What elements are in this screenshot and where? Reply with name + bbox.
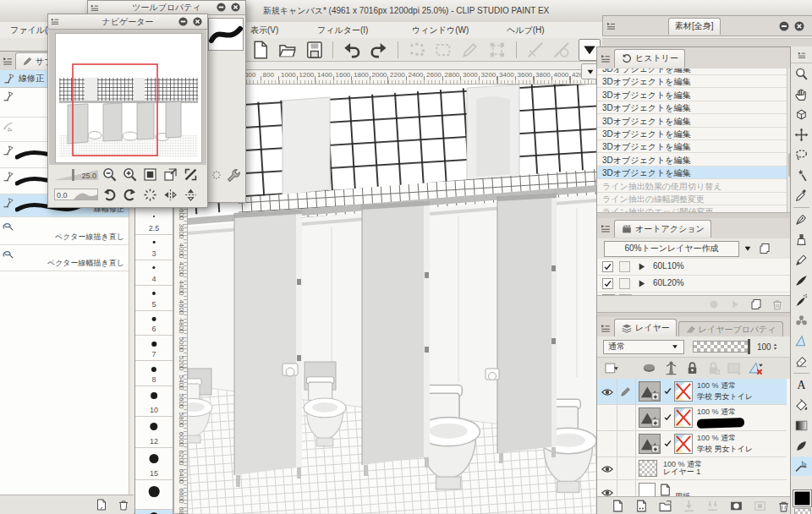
tool-pen[interactable] <box>791 210 812 229</box>
tool-move-layer[interactable] <box>791 125 812 145</box>
tool-operate[interactable] <box>791 105 812 124</box>
layer-check-icon[interactable] <box>663 413 672 422</box>
menu-item[interactable]: ウィンドウ(W) <box>409 25 472 36</box>
layer-thumbnail[interactable] <box>639 483 656 496</box>
transparent-color-swatch[interactable] <box>794 508 811 514</box>
tab-layer-property[interactable]: レイヤープロパティ <box>678 321 783 336</box>
lock-icon[interactable] <box>684 360 700 376</box>
minimize-icon[interactable] <box>178 16 189 27</box>
tool-eraser[interactable] <box>791 352 812 371</box>
clip-icon[interactable] <box>641 360 657 376</box>
action-expand-icon[interactable] <box>636 261 647 272</box>
chevron-down-icon[interactable] <box>743 243 753 254</box>
action-enabled-checkbox[interactable] <box>602 278 613 289</box>
brush-size-cell[interactable] <box>135 480 173 510</box>
history-item[interactable]: ライン抽出の線幅調整変更 <box>597 193 787 205</box>
blend-mode-select[interactable]: 通常 <box>603 340 684 354</box>
history-item[interactable]: 3Dオブジェクトを編集 <box>597 154 787 167</box>
snap-ruler-icon[interactable] <box>525 40 546 60</box>
auto-action-row[interactable]: 60L10% <box>597 259 793 276</box>
action-enabled-checkbox[interactable] <box>602 261 613 272</box>
layer-row[interactable]: 用紙 <box>597 480 787 496</box>
delete-layer-icon[interactable] <box>776 499 791 513</box>
navigator-thumbnail[interactable] <box>55 33 202 163</box>
transfer-down-icon[interactable] <box>682 499 696 513</box>
fit-screen-icon[interactable] <box>142 167 158 183</box>
panel-menu-icon[interactable] <box>600 222 612 234</box>
layer-color-icon[interactable] <box>603 360 619 376</box>
save-icon[interactable] <box>304 40 325 60</box>
tool-decoration[interactable] <box>791 311 812 331</box>
rotate-ccw-icon[interactable] <box>102 187 118 203</box>
panel-menu-icon[interactable] <box>600 52 612 64</box>
layer-row[interactable]: 100 % 通常学校 男女トイレ <box>597 379 787 405</box>
layer-check-icon[interactable] <box>663 439 672 448</box>
eye-icon[interactable] <box>601 486 614 497</box>
brush-size-cell[interactable]: 3 <box>135 235 173 260</box>
tool-brush[interactable] <box>791 271 812 290</box>
minimize-icon[interactable] <box>778 20 790 32</box>
open-file-icon[interactable] <box>277 40 298 60</box>
mask-add-icon[interactable] <box>729 499 743 513</box>
history-item[interactable]: 3Dオブジェクトを編集 <box>597 101 787 114</box>
new-action-set-icon[interactable] <box>758 242 771 255</box>
merge-down-icon[interactable] <box>705 499 720 513</box>
layer-thumbnail-lt[interactable] <box>674 381 693 402</box>
brush-size-cell[interactable]: 7 <box>135 336 173 361</box>
tab-layer[interactable]: レイヤー <box>614 319 677 336</box>
flip-h-icon[interactable] <box>162 187 178 203</box>
trash-icon[interactable] <box>771 298 784 311</box>
tool-fill[interactable] <box>791 396 812 415</box>
snap-special-icon[interactable] <box>551 40 572 60</box>
new-file-icon[interactable] <box>250 40 271 60</box>
panel-menu-icon[interactable] <box>600 322 612 334</box>
layer-thumbnail-3d[interactable] <box>639 407 661 428</box>
close-icon[interactable] <box>793 20 805 32</box>
tool-figure[interactable] <box>791 436 812 456</box>
mask-apply-icon[interactable] <box>753 499 767 513</box>
zoom-in-icon[interactable] <box>122 167 138 183</box>
brush-size-cell[interactable]: 2.5 <box>135 210 173 235</box>
action-expand-icon[interactable] <box>636 278 647 289</box>
delete-subtool-icon[interactable] <box>117 498 130 511</box>
stroke-preview[interactable] <box>208 18 244 51</box>
layer-row[interactable]: 100 % 通常 <box>597 405 787 431</box>
brush-size-cell[interactable]: 4 <box>135 260 173 286</box>
layer-thumbnail-lt[interactable] <box>674 407 693 428</box>
panel-menu-icon[interactable] <box>90 3 100 13</box>
action-pause-checkbox[interactable] <box>619 261 630 272</box>
close-icon[interactable] <box>192 16 203 27</box>
eye-icon[interactable] <box>601 462 614 476</box>
transform-icon[interactable] <box>487 40 508 60</box>
selection-pen-icon[interactable] <box>460 40 480 60</box>
menu-item[interactable]: ヘルプ(H) <box>503 25 548 36</box>
flip-v-icon[interactable] <box>183 187 199 203</box>
tab-material[interactable]: 素材[全身] <box>668 18 721 35</box>
layer-thumbnail-lt[interactable] <box>674 434 693 454</box>
tool-ruler[interactable] <box>791 331 812 351</box>
action-pause-checkbox[interactable] <box>619 278 630 289</box>
effect-icon[interactable] <box>210 168 223 182</box>
tab-history[interactable]: ヒストリー <box>614 49 685 68</box>
auto-action-row[interactable]: 60L20% <box>597 276 793 293</box>
actual-size-icon[interactable] <box>183 167 199 183</box>
history-item[interactable]: 3Dオブジェクトを編集 <box>597 68 787 75</box>
brush-size-cell[interactable]: 8 <box>135 361 173 386</box>
panel-menu-icon[interactable] <box>2 55 14 67</box>
close-icon[interactable] <box>230 2 241 13</box>
lock-alpha-icon[interactable] <box>705 360 721 376</box>
history-item[interactable]: 3Dオブジェクトを編集 <box>597 167 787 179</box>
ruler-delete-icon[interactable] <box>748 360 764 376</box>
brush-size-cell[interactable]: 12 <box>135 417 173 448</box>
layer-thumbnail-3d[interactable] <box>639 434 661 454</box>
subtool-detail-wrench-icon[interactable] <box>226 167 242 183</box>
tool-marker[interactable] <box>791 230 812 249</box>
tool-text[interactable]: A <box>791 375 812 395</box>
action-set-select[interactable]: 60%トーンレイヤー作成 <box>604 241 739 257</box>
play-icon[interactable] <box>728 298 742 311</box>
copy-icon[interactable] <box>749 298 763 311</box>
history-item[interactable]: ライン抽出効果の使用切り替え <box>597 180 787 193</box>
history-item[interactable]: 3Dオブジェクトを編集 <box>597 75 787 88</box>
select-rect-icon[interactable] <box>433 40 453 60</box>
minimize-icon[interactable] <box>216 2 227 13</box>
